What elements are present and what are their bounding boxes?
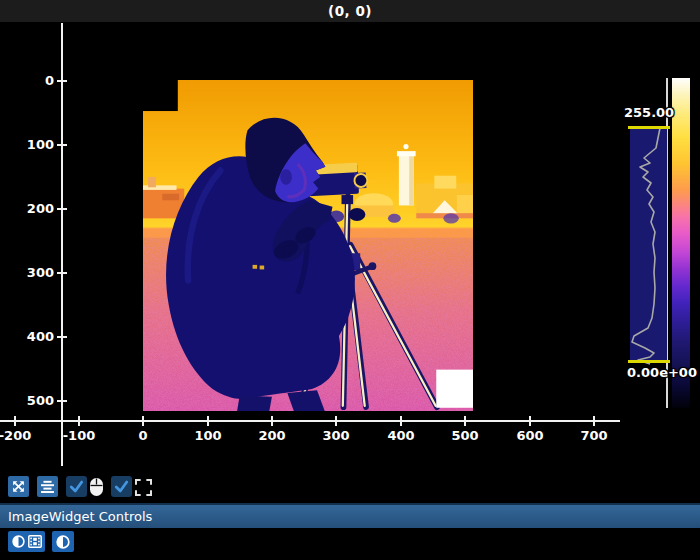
x-tick — [529, 416, 531, 426]
zeroed-corner-notch — [143, 80, 178, 111]
y-tick — [57, 80, 67, 82]
lut-max-label: 255.00 — [624, 105, 672, 120]
x-tick-label: -200 — [0, 428, 31, 443]
x-tick — [142, 416, 144, 426]
x-axis-line — [0, 420, 620, 422]
x-tick — [78, 416, 80, 426]
x-tick — [335, 416, 337, 426]
y-tick-label: 200 — [12, 201, 54, 216]
x-tick-label: 600 — [516, 428, 543, 443]
maintain-aspect-checkbox[interactable] — [111, 476, 132, 497]
y-tick-label: 500 — [12, 393, 54, 408]
y-tick — [57, 336, 67, 338]
imagewidget-controls-label: ImageWidget Controls — [8, 509, 152, 524]
y-tick — [57, 272, 67, 274]
x-tick-label: 0 — [138, 428, 147, 443]
checkmark-icon — [68, 478, 85, 495]
subplot-title-bar: (0, 0) — [0, 0, 700, 22]
image-cameraman-pseudocolor — [143, 80, 473, 411]
x-tick-label: 400 — [387, 428, 414, 443]
y-tick-label: 400 — [12, 329, 54, 344]
histogram-curve — [626, 124, 672, 366]
fullscreen-brackets-icon — [135, 479, 152, 496]
lut-max-handle[interactable] — [628, 126, 670, 129]
lut-min-handle[interactable] — [628, 360, 670, 363]
subplot-toolbar — [0, 476, 700, 498]
x-tick — [271, 416, 273, 426]
imagewidget-controls-header[interactable]: ImageWidget Controls — [0, 503, 700, 528]
y-tick — [57, 208, 67, 210]
autoscale-button[interactable] — [8, 476, 29, 497]
y-tick-label: 100 — [12, 137, 54, 152]
half-circle-icon — [56, 535, 70, 549]
imagewidget-window: (0, 0) -200 -100 0 100 200 300 400 500 6… — [0, 0, 700, 560]
x-tick — [207, 416, 209, 426]
y-tick-label: 300 — [12, 265, 54, 280]
x-tick-label: 500 — [451, 428, 478, 443]
x-tick — [464, 416, 466, 426]
x-tick-label: 300 — [322, 428, 349, 443]
x-tick-label: -100 — [63, 428, 96, 443]
x-tick-label: 700 — [580, 428, 607, 443]
filmstrip-icon — [28, 535, 42, 548]
saturated-white-square — [436, 370, 473, 408]
x-tick-label: 100 — [194, 428, 221, 443]
expand-arrows-icon — [11, 479, 26, 494]
center-lines-icon — [39, 478, 56, 495]
reset-vminvmax-frame-button[interactable] — [8, 531, 45, 552]
y-tick — [57, 144, 67, 146]
x-tick-label: 200 — [258, 428, 285, 443]
checkmark-icon — [113, 478, 130, 495]
reset-vminvmax-button[interactable] — [52, 531, 74, 552]
subplot-title: (0, 0) — [328, 3, 372, 19]
fullscreen-button[interactable] — [134, 478, 152, 496]
colorbar — [672, 78, 690, 408]
y-tick-label: 0 — [12, 73, 54, 88]
x-tick — [400, 416, 402, 426]
center-scene-button[interactable] — [37, 476, 58, 497]
panzoom-checkbox[interactable] — [66, 476, 87, 497]
mouse-icon — [88, 477, 105, 497]
lut-min-label: 0.00e+00 — [626, 365, 698, 380]
x-tick — [14, 416, 16, 426]
y-tick — [57, 400, 67, 402]
x-tick — [593, 416, 595, 426]
half-circle-icon — [12, 535, 25, 548]
